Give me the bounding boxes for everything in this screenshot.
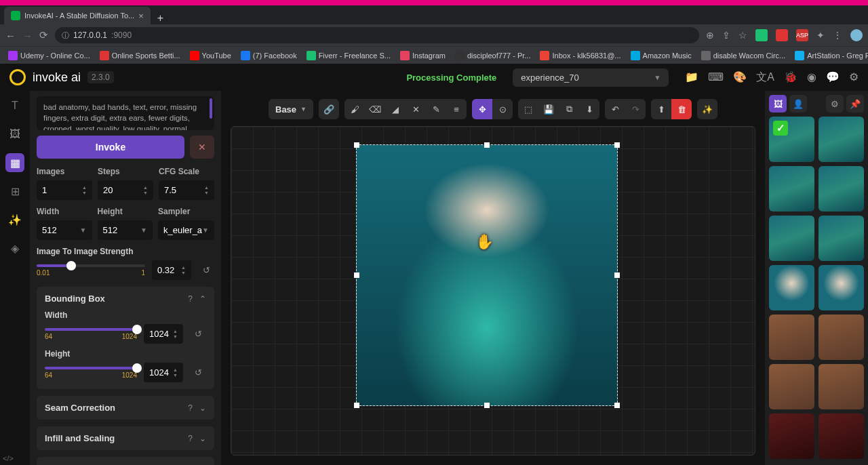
- mode-txt2img-icon[interactable]: T: [5, 96, 24, 115]
- folder-icon[interactable]: 📁: [685, 70, 698, 85]
- eraser-tool-icon[interactable]: ⌫: [365, 99, 385, 119]
- bookmark-item[interactable]: (7) Facebook: [238, 49, 300, 62]
- gallery-settings-icon[interactable]: ⚙: [826, 95, 844, 113]
- help-icon[interactable]: ?: [188, 434, 193, 443]
- mode-img2img-icon[interactable]: 🖼: [5, 125, 24, 144]
- resize-handle[interactable]: [354, 142, 359, 148]
- bbox-height-value[interactable]: 1024▲▼: [144, 363, 183, 382]
- gallery-thumbnail[interactable]: [818, 265, 864, 310]
- extensions-icon[interactable]: ✦: [816, 30, 825, 41]
- extension-icon[interactable]: ASP: [796, 29, 808, 41]
- move-tool-icon[interactable]: ✥: [472, 99, 492, 119]
- language-icon[interactable]: 文A: [756, 70, 774, 85]
- gallery-thumbnail[interactable]: [818, 166, 864, 211]
- gallery-images-tab-icon[interactable]: 🖼: [769, 95, 787, 113]
- gallery-thumbnail[interactable]: [818, 413, 864, 459]
- resize-handle[interactable]: [614, 403, 620, 408]
- height-select[interactable]: 512▼: [98, 220, 153, 240]
- share-icon[interactable]: ⇪: [722, 30, 730, 41]
- steps-input[interactable]: 20▲▼: [98, 180, 153, 200]
- bounding-box-header[interactable]: Bounding Box ?⌃: [45, 294, 206, 304]
- seam-correction-header[interactable]: Seam Correction ?⌄: [45, 403, 206, 413]
- bookmark-item[interactable]: YouTube: [187, 49, 234, 62]
- width-select[interactable]: 512▼: [37, 220, 92, 240]
- gallery-thumbnail[interactable]: [769, 315, 814, 360]
- mode-canvas-icon[interactable]: ▦: [5, 153, 24, 172]
- model-selector[interactable]: experience_70 ▼: [513, 68, 669, 87]
- browser-tab[interactable]: InvokeAI - A Stable Diffusion To... ×: [4, 7, 151, 24]
- bookmark-item[interactable]: Fiverr - Freelance S...: [304, 49, 393, 62]
- bookmark-item[interactable]: Amazon Music: [628, 49, 694, 62]
- copy-icon[interactable]: ⧉: [559, 99, 579, 119]
- bbox-height-reset-icon[interactable]: ↺: [190, 365, 206, 381]
- resize-handle[interactable]: [614, 272, 620, 278]
- bookmark-star-icon[interactable]: ☆: [738, 30, 747, 41]
- bbox-width-value[interactable]: 1024▲▼: [144, 324, 183, 344]
- chevron-down-icon[interactable]: ⌄: [199, 403, 206, 413]
- new-tab-button[interactable]: +: [151, 12, 170, 24]
- help-icon[interactable]: ?: [188, 294, 193, 304]
- options-tool-icon[interactable]: ≡: [446, 99, 467, 119]
- gallery-user-tab-icon[interactable]: 👤: [789, 95, 807, 113]
- i2i-strength-slider[interactable]: [37, 264, 145, 267]
- sampler-select[interactable]: k_euler_a▼: [158, 220, 214, 240]
- fill-tool-icon[interactable]: ◢: [385, 99, 406, 119]
- address-bar[interactable]: ⓘ 127.0.0.1:9090: [55, 27, 699, 43]
- github-icon[interactable]: ◉: [807, 70, 816, 85]
- discord-icon[interactable]: 💬: [826, 70, 840, 85]
- zoom-icon[interactable]: ⊕: [706, 30, 714, 41]
- clear-tool-icon[interactable]: ✕: [406, 99, 426, 119]
- redo-icon[interactable]: ↷: [625, 99, 646, 119]
- gallery-thumbnail[interactable]: [818, 216, 864, 261]
- extension-icon[interactable]: [776, 29, 788, 41]
- link-tool-icon[interactable]: 🔗: [319, 99, 339, 119]
- cfg-input[interactable]: 7.5▲▼: [159, 180, 214, 200]
- colorpicker-tool-icon[interactable]: ✎: [426, 99, 446, 119]
- brush-tool-icon[interactable]: 🖌: [344, 99, 365, 119]
- bookmark-item[interactable]: Inbox - klk56831@...: [537, 49, 623, 62]
- images-input[interactable]: 1▲▼: [37, 180, 92, 200]
- extension-icon[interactable]: [755, 29, 768, 41]
- tab-close-icon[interactable]: ×: [138, 11, 144, 21]
- bbox-width-reset-icon[interactable]: ↺: [190, 326, 206, 342]
- bug-icon[interactable]: 🐞: [784, 70, 797, 85]
- gallery-thumbnail[interactable]: [769, 216, 814, 261]
- resize-handle[interactable]: [354, 272, 359, 278]
- mode-nodes-icon[interactable]: ⊞: [5, 182, 24, 201]
- gallery-thumbnail[interactable]: [769, 413, 814, 459]
- canvas-viewport[interactable]: ✋: [231, 126, 755, 456]
- menu-icon[interactable]: ⋮: [833, 30, 842, 41]
- bookmark-item[interactable]: disable Wacom Circ...: [698, 49, 789, 62]
- i2i-reset-icon[interactable]: ↺: [198, 262, 214, 279]
- infill-scaling-header[interactable]: Infill and Scaling ?⌄: [45, 433, 206, 443]
- download-icon[interactable]: ⬇: [579, 99, 599, 119]
- undo-icon[interactable]: ↶: [605, 99, 625, 119]
- save-icon[interactable]: 💾: [538, 99, 559, 119]
- reload-button[interactable]: ⟳: [39, 29, 48, 41]
- bookmark-item[interactable]: Udemy - Online Co...: [5, 49, 93, 62]
- profile-avatar[interactable]: [850, 29, 863, 41]
- invoke-button[interactable]: Invoke: [37, 136, 184, 159]
- bookmark-item[interactable]: Instagram: [397, 49, 448, 62]
- site-info-icon[interactable]: ⓘ: [62, 31, 69, 41]
- mode-training-icon[interactable]: ◈: [5, 239, 24, 258]
- layer-selector[interactable]: Base ▼: [269, 99, 313, 119]
- gallery-thumbnail[interactable]: [769, 364, 814, 409]
- mode-postprocess-icon[interactable]: ✨: [5, 210, 24, 229]
- gallery-thumbnail[interactable]: [769, 117, 814, 162]
- cancel-button[interactable]: ✕: [190, 136, 214, 159]
- layers-icon[interactable]: ⬚: [518, 99, 538, 119]
- gallery-thumbnail[interactable]: [769, 265, 814, 310]
- chevron-down-icon[interactable]: ⌄: [199, 434, 206, 443]
- bookmark-item[interactable]: discipleof777 - Pr...: [452, 49, 534, 62]
- resize-handle[interactable]: [354, 403, 359, 408]
- help-icon[interactable]: ?: [188, 403, 193, 413]
- code-toggle-icon[interactable]: </>: [3, 454, 14, 462]
- bbox-width-slider[interactable]: [45, 328, 137, 331]
- reset-view-icon[interactable]: ⊙: [492, 99, 513, 119]
- resize-handle[interactable]: [484, 403, 490, 408]
- negative-prompt-field[interactable]: bad anatomy, bad hands, text, error, mis…: [37, 96, 214, 130]
- gallery-thumbnail[interactable]: [818, 315, 864, 360]
- resize-handle[interactable]: [484, 142, 490, 148]
- gallery-thumbnail[interactable]: [818, 364, 864, 409]
